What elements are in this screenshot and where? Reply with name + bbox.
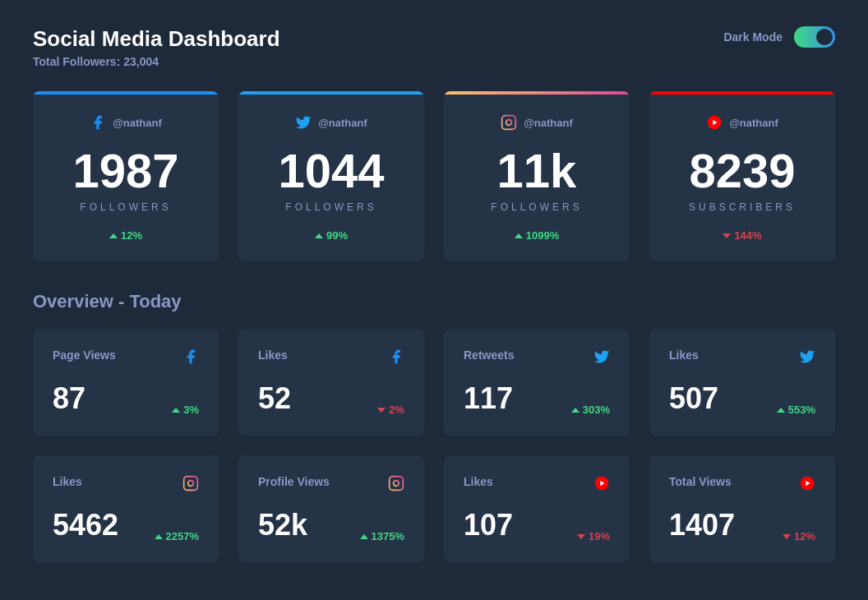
bottom-card-count: 117: [464, 381, 513, 416]
instagram-icon: [388, 475, 404, 492]
instagram-icon: [501, 114, 517, 131]
bottom-card-change: 2257%: [155, 530, 199, 542]
bottom-card-footer: 87 3%: [53, 381, 199, 416]
bottom-card-header: Total Views: [669, 475, 815, 492]
bottom-card-change-value: 2257%: [166, 530, 199, 542]
bottom-card-footer: 5462 2257%: [53, 508, 199, 542]
svg-rect-0: [502, 116, 516, 130]
top-card-youtube: @nathanf 8239 SUBSCRIBERS 144%: [649, 91, 835, 261]
card-change-value: 144%: [734, 229, 761, 242]
card-count: 1987: [72, 147, 178, 195]
card-label: FOLLOWERS: [80, 201, 171, 213]
bottom-card-change: 303%: [571, 404, 610, 416]
bottom-card-change: 1375%: [360, 530, 404, 542]
card-change-value: 12%: [121, 229, 142, 242]
card-count: 1044: [278, 147, 384, 195]
bottom-card-title: Likes: [258, 348, 288, 362]
top-card-twitter: @nathanf 1044 FOLLOWERS 99%: [238, 91, 424, 261]
card-platform: @nathanf: [501, 114, 573, 131]
dark-mode-toggle[interactable]: Dark Mode: [723, 26, 835, 48]
bottom-card-title: Profile Views: [258, 475, 330, 488]
toggle-thumb: [816, 29, 833, 45]
youtube-icon: [799, 475, 815, 492]
bottom-card-footer: 1407 12%: [669, 508, 815, 542]
bottom-card-header: Likes: [53, 475, 199, 492]
bottom-card-count: 5462: [53, 508, 118, 542]
card-count: 8239: [689, 147, 795, 195]
bottom-card-header: Profile Views: [258, 475, 404, 492]
bottom-card-change: 2%: [377, 404, 404, 416]
card-label: FOLLOWERS: [285, 201, 376, 213]
arrow-down-icon: [377, 408, 386, 413]
toggle-track[interactable]: [794, 26, 835, 48]
top-card-instagram: @nathanf 11k FOLLOWERS 1099%: [444, 91, 630, 261]
facebook-icon: [388, 348, 404, 365]
svg-rect-4: [184, 477, 198, 491]
bottom-card-footer: 117 303%: [464, 381, 610, 416]
bottom-card-count: 1407: [669, 508, 735, 542]
bottom-card-header: Likes: [669, 348, 815, 365]
page-title: Social Media Dashboard: [33, 26, 280, 52]
arrow-up-icon: [109, 233, 118, 238]
overview-title: Overview - Today: [33, 291, 835, 312]
bottom-card-change-value: 3%: [183, 404, 199, 416]
card-handle: @nathanf: [524, 117, 573, 129]
bottom-card-count: 87: [53, 381, 85, 416]
arrow-down-icon: [723, 233, 731, 238]
card-platform: @nathanf: [706, 114, 778, 131]
bottom-card-profile-views-instagram: Profile Views 52k 1375%: [238, 455, 424, 562]
arrow-up-icon: [571, 408, 579, 413]
bottom-card-header: Likes: [258, 348, 404, 365]
bottom-card-header: Page Views: [53, 348, 199, 365]
bottom-card-title: Total Views: [669, 475, 732, 488]
bottom-card-likes-youtube: Likes 107 19%: [444, 455, 630, 562]
bottom-card-footer: 507 553%: [669, 381, 815, 416]
twitter-icon: [295, 114, 312, 131]
bottom-card-change-value: 303%: [583, 404, 610, 416]
twitter-icon: [799, 348, 815, 365]
svg-rect-6: [390, 477, 404, 491]
header-left: Social Media Dashboard Total Followers: …: [33, 26, 280, 68]
bottom-card-title: Page Views: [53, 348, 116, 362]
card-change-value: 1099%: [526, 229, 559, 242]
bottom-card-count: 52k: [258, 508, 307, 542]
facebook-icon: [90, 114, 106, 131]
facebook-icon: [182, 348, 199, 365]
bottom-card-likes-twitter: Likes 507 553%: [649, 329, 835, 436]
arrow-down-icon: [783, 534, 791, 539]
bottom-card-change-value: 12%: [794, 530, 815, 542]
card-change: 99%: [315, 229, 348, 242]
arrow-up-icon: [360, 534, 368, 539]
bottom-card-change-value: 553%: [788, 404, 815, 416]
top-card-facebook: @nathanf 1987 FOLLOWERS 12%: [33, 91, 219, 261]
card-change: 1099%: [515, 229, 559, 242]
total-followers: Total Followers: 23,004: [33, 55, 280, 68]
bottom-card-change: 3%: [172, 404, 199, 416]
arrow-up-icon: [315, 233, 323, 238]
bottom-card-title: Retweets: [464, 348, 514, 362]
card-label: SUBSCRIBERS: [689, 201, 796, 213]
bottom-card-title: Likes: [669, 348, 699, 362]
bottom-card-count: 507: [669, 381, 718, 416]
top-cards-grid: @nathanf 1987 FOLLOWERS 12% @nathanf 104…: [33, 91, 835, 261]
bottom-cards-grid: Page Views 87 3% Likes 52 2% Retweets: [33, 329, 835, 562]
card-platform: @nathanf: [295, 114, 367, 131]
card-handle: @nathanf: [729, 117, 778, 129]
bottom-card-likes-facebook: Likes 52 2%: [238, 329, 424, 436]
bottom-card-change-value: 19%: [589, 530, 610, 542]
arrow-up-icon: [777, 408, 785, 413]
bottom-card-likes-instagram: Likes 5462 2257%: [33, 455, 219, 562]
bottom-card-footer: 52k 1375%: [258, 508, 404, 542]
bottom-card-change-value: 2%: [389, 404, 404, 416]
arrow-up-icon: [172, 408, 180, 413]
arrow-up-icon: [155, 534, 163, 539]
card-change: 12%: [109, 229, 142, 242]
twitter-icon: [593, 348, 610, 365]
bottom-card-change: 553%: [777, 404, 815, 416]
arrow-down-icon: [577, 534, 585, 539]
bottom-card-footer: 52 2%: [258, 381, 404, 416]
card-label: FOLLOWERS: [491, 201, 582, 213]
bottom-card-title: Likes: [53, 475, 82, 488]
youtube-icon: [593, 475, 610, 492]
bottom-card-header: Retweets: [464, 348, 610, 365]
